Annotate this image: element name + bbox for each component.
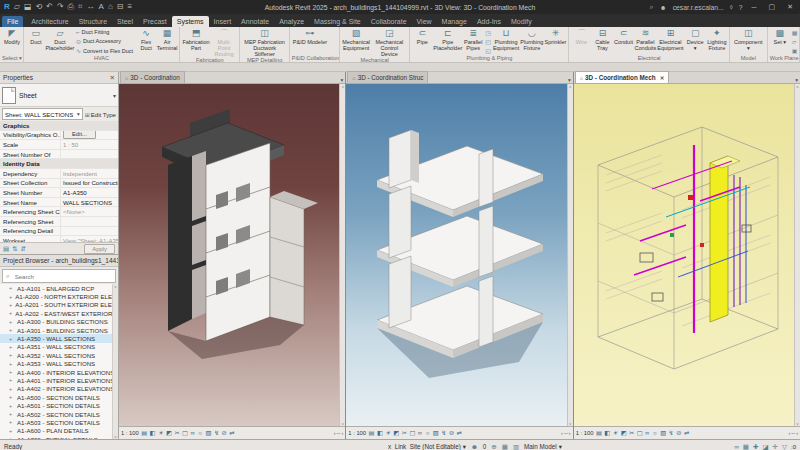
- expand-icon[interactable]: +: [9, 319, 14, 325]
- temporary-hide-isolate-icon[interactable]: ∞: [418, 428, 422, 438]
- chevron-down-icon[interactable]: ▾: [793, 77, 800, 83]
- sheet-item-a1-a503[interactable]: +A1-A503 - SECTION DETAILS: [0, 418, 118, 426]
- sheet-item-a1-a353[interactable]: +A1-A353 - WALL SECTIONS: [0, 360, 118, 368]
- ribbon-button-flex-duct[interactable]: ∿Flex Duct: [136, 28, 156, 55]
- temporary-hide-isolate-icon[interactable]: ∞: [190, 428, 194, 438]
- active-workset-dropdown[interactable]: x_Link_Site (Not Editable) ▾: [388, 443, 466, 450]
- chevron-down-icon[interactable]: ▾: [566, 77, 573, 83]
- open-icon[interactable]: ▱: [14, 0, 20, 14]
- sheet-item-a1-a202[interactable]: +A1-A202 - EAST/WEST EXTERIOR ELEVAT...: [0, 309, 118, 317]
- ribbon-button-pipe[interactable]: ⊂Pipe: [412, 28, 432, 55]
- ribbon-button-mep-fabrication-ductwork-stiffener[interactable]: ◫MEP Fabrication Ductwork Stiffener: [242, 28, 286, 57]
- ribbon-tab-structure[interactable]: Structure: [74, 16, 112, 27]
- view-canvas-architecture[interactable]: ˄ ˅: [119, 84, 345, 426]
- crop-view-icon[interactable]: ✂: [402, 428, 407, 438]
- sheet-item-a1-a301[interactable]: +A1-A301 - BUILDING SECTIONS: [0, 326, 118, 334]
- ribbon-small-tool-icon[interactable]: ▱: [792, 38, 798, 45]
- ribbon-group-label[interactable]: Electrical: [569, 55, 728, 62]
- detail-level-icon[interactable]: ▤: [369, 428, 375, 438]
- sun-path-icon[interactable]: ☀: [385, 428, 391, 438]
- section-icon[interactable]: ⊟: [117, 0, 124, 14]
- visual-style-icon[interactable]: ◧: [604, 428, 610, 438]
- sheet-item-a1-a351[interactable]: +A1-A351 - WALL SECTIONS: [0, 343, 118, 351]
- undo-icon[interactable]: ↶: [46, 0, 53, 14]
- expand-icon[interactable]: +: [9, 336, 14, 342]
- sheet-item-a1-a401[interactable]: +A1-A401 - INTERIOR ELEVATIONS: [0, 376, 118, 384]
- ribbon-button-parallel-conduits[interactable]: ≋Parallel Conduits: [634, 28, 656, 55]
- view-tab-3d-coordination[interactable]: ⌂ 3D - Coordination: [120, 71, 185, 83]
- property-value[interactable]: [60, 150, 118, 159]
- crop-view-icon[interactable]: ✂: [629, 428, 634, 438]
- shadows-icon[interactable]: ◩: [393, 428, 399, 438]
- property-value[interactable]: Independent: [60, 169, 118, 178]
- view-tab-3d-coordination-mech[interactable]: ⌂ 3D - Coordination Mech ✕: [575, 71, 670, 83]
- close-properties-icon[interactable]: ✕: [108, 74, 115, 82]
- expand-icon[interactable]: +: [9, 419, 14, 425]
- shadows-icon[interactable]: ◩: [621, 428, 627, 438]
- hide-analytical-model-icon[interactable]: ↯: [441, 428, 446, 438]
- reveal-constraints-icon[interactable]: ⊘: [676, 428, 681, 438]
- close-view-icon[interactable]: ✕: [660, 75, 665, 81]
- expand-icon[interactable]: +: [9, 369, 14, 375]
- property-value[interactable]: A1-A350: [60, 188, 118, 197]
- ribbon-button-p-id-modeler[interactable]: ⊶P&ID Modeler: [292, 28, 328, 55]
- collaborate-globe-icon[interactable]: ⊕: [491, 443, 496, 450]
- default-3d-view-icon[interactable]: ⌂: [108, 0, 113, 14]
- chevron-down-icon[interactable]: ▾: [339, 77, 346, 83]
- sheet-item-a1-a501[interactable]: +A1-A501 - SECTION DETAILS: [0, 401, 118, 409]
- crop-view-icon[interactable]: ✂: [174, 428, 179, 438]
- hscroll-thumb[interactable]: ─: [791, 430, 795, 436]
- scroll-down-icon[interactable]: ˅: [342, 421, 344, 426]
- ribbon-tab-file[interactable]: File: [2, 16, 23, 27]
- ribbon-button-fabrication-part[interactable]: ⬒Fabrication Part: [182, 28, 210, 57]
- select-links-icon[interactable]: ∞: [734, 443, 739, 450]
- ribbon-button-conduit[interactable]: ⊂Conduit: [613, 28, 633, 55]
- expand-icon[interactable]: +: [9, 310, 12, 316]
- shadows-icon[interactable]: ◩: [166, 428, 172, 438]
- hscroll-left-icon[interactable]: ‹: [788, 430, 790, 436]
- view-tab-3d-coordination-struc[interactable]: ⌂ 3D - Coordination Struc: [347, 71, 428, 83]
- horizontal-scrollbar[interactable]: ‹ ─ ›: [334, 430, 344, 436]
- close-button[interactable]: ✕: [784, 3, 796, 11]
- detail-level-icon[interactable]: ▤: [596, 428, 602, 438]
- drag-on-selection-icon[interactable]: ✛: [773, 443, 778, 450]
- ribbon-button-mechanical-control-device[interactable]: ◲Mechanical Control Device: [371, 28, 407, 57]
- scale-button[interactable]: 1 : 100: [576, 430, 594, 436]
- horizontal-scrollbar[interactable]: ‹ ─ ›: [788, 430, 798, 436]
- ribbon-button-plumbing-equipment[interactable]: ⊔Plumbing Equipment: [493, 28, 519, 55]
- ribbon-group-label[interactable]: HVAC: [24, 55, 179, 62]
- visual-style-icon[interactable]: ◧: [150, 428, 156, 438]
- scale-button[interactable]: 1 : 100: [348, 430, 366, 436]
- print-icon[interactable]: ⎙: [68, 0, 74, 14]
- hscroll-left-icon[interactable]: ‹: [334, 430, 336, 436]
- vertical-scrollbar[interactable]: ˄˅: [112, 284, 118, 439]
- property-section-identity-data[interactable]: Identity Data: [0, 159, 118, 169]
- ribbon-group-label[interactable]: Mechanical: [340, 57, 409, 62]
- ribbon-button-duct-accessory[interactable]: ⊙Duct Accessory: [76, 38, 133, 45]
- ribbon-button-component[interactable]: ◫Component ▾: [732, 28, 765, 55]
- show-crop-region-icon[interactable]: ▢: [409, 428, 415, 438]
- filter-icon[interactable]: ▽: [782, 443, 787, 450]
- scale-button[interactable]: 1 : 100: [121, 430, 139, 436]
- worksharing-display-icon[interactable]: ⇄: [684, 428, 689, 438]
- property-value[interactable]: Edit...: [60, 131, 118, 140]
- ribbon-button-plumbing-fixture[interactable]: ◡Plumbing Fixture: [520, 28, 543, 55]
- text-icon[interactable]: A: [99, 0, 104, 14]
- restore-button[interactable]: ▢: [766, 3, 779, 11]
- expand-icon[interactable]: +: [9, 411, 14, 417]
- select-underlay-icon[interactable]: ▦: [743, 443, 749, 450]
- ribbon-group-label[interactable]: Plumbing & Piping: [410, 55, 568, 62]
- ribbon-small-tool-icon[interactable]: ◱: [485, 47, 491, 54]
- scroll-up-icon[interactable]: ˄: [569, 84, 571, 89]
- sheet-item-a1-a200[interactable]: +A1-A200 - NORTH EXTERIOR ELEVATION: [0, 292, 118, 300]
- expand-icon[interactable]: +: [9, 352, 14, 358]
- sun-path-icon[interactable]: ☀: [613, 428, 619, 438]
- ribbon-tab-precast[interactable]: Precast: [138, 16, 172, 27]
- ribbon-button-mechanical-equipment[interactable]: ▧Mechanical Equipment: [342, 28, 370, 57]
- edit-type-button[interactable]: ⊞ Edit Type: [85, 111, 116, 118]
- sheet-item-a1-a600[interactable]: +A1-A600 - PLAN DETAILS: [0, 427, 118, 435]
- reveal-constraints-icon[interactable]: ⊘: [449, 428, 454, 438]
- aligned-dimension-icon[interactable]: ↔: [87, 0, 95, 14]
- expand-icon[interactable]: +: [9, 428, 14, 434]
- sort-ascending-icon[interactable]: ⇅: [12, 245, 17, 253]
